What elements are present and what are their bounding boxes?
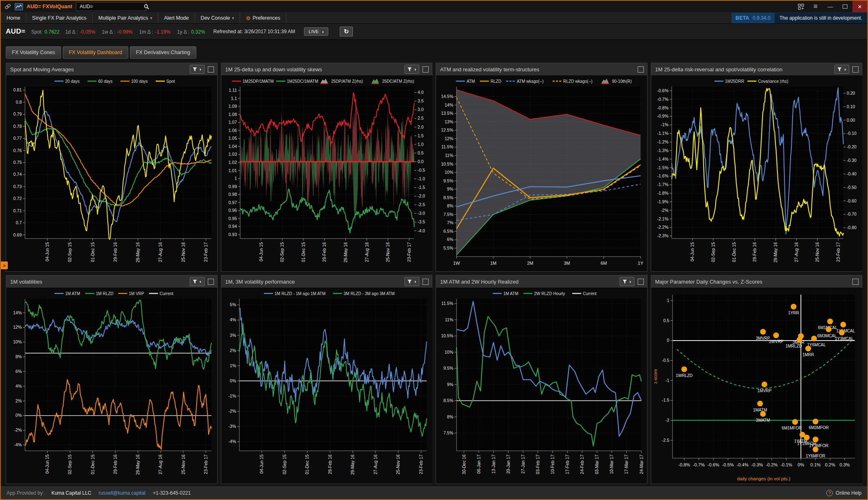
funnel-icon <box>623 280 627 284</box>
svg-text:13-Jan 17: 13-Jan 17 <box>491 455 496 474</box>
expand-button[interactable] <box>208 279 214 285</box>
refresh-button[interactable]: ↻ <box>340 27 353 36</box>
chart-risk-reversal-corr[interactable]: -0.6%-0.7%-0.8%-0.9%-1%-1.1%-1.2%-1.3%-1… <box>651 76 862 271</box>
svg-text:-0.2%: -0.2% <box>766 462 777 467</box>
svg-text:1MVRP: 1MVRP <box>757 389 772 393</box>
filter-button[interactable]: ◑ <box>834 65 849 74</box>
svg-text:0.77: 0.77 <box>14 136 22 141</box>
expand-button[interactable] <box>638 66 644 73</box>
svg-text:-2%: -2% <box>228 409 236 414</box>
svg-text:11%: 11% <box>445 153 453 158</box>
menu-item-preferences[interactable]: ⚙Preferences <box>240 13 286 23</box>
svg-text:0.78: 0.78 <box>14 124 22 129</box>
svg-text:10%: 10% <box>445 170 453 175</box>
svg-text:0%: 0% <box>798 462 804 467</box>
menu-item-multiple-pair-analytics[interactable]: Multiple Pair Analytics▾ <box>93 13 158 23</box>
search-box[interactable] <box>76 2 146 11</box>
expand-button[interactable] <box>852 279 859 285</box>
link-icon[interactable] <box>5 4 11 9</box>
menu-item-alert-mode[interactable]: Alert Mode <box>158 13 195 23</box>
svg-text:14%: 14% <box>445 102 453 107</box>
chevron-down-icon: ▾ <box>150 16 152 20</box>
svg-text:04-Jun 15: 04-Jun 15 <box>689 242 694 261</box>
expand-button[interactable] <box>638 279 644 285</box>
menu-item-dev-console[interactable]: Dev Console▾ <box>195 13 240 23</box>
svg-text:1MRR: 1MRR <box>802 352 813 357</box>
chart-spot-ma[interactable]: 0.810.80.790.780.770.760.750.740.730.720… <box>6 76 217 271</box>
email-link[interactable]: russell@kuma.capital <box>99 490 145 496</box>
filter-button[interactable]: ◑ <box>620 277 634 286</box>
window-menu-icon[interactable]: ≡ <box>808 1 823 12</box>
svg-text:-2%: -2% <box>14 427 22 432</box>
svg-text:-3%: -3% <box>228 424 236 429</box>
svg-text:10.5%: 10.5% <box>441 333 453 338</box>
svg-text:14.5%: 14.5% <box>441 94 453 99</box>
search-input[interactable] <box>79 3 144 10</box>
svg-text:11.5%: 11.5% <box>441 144 453 149</box>
window-close-icon[interactable]: ✕ <box>852 1 867 12</box>
filter-button[interactable]: ◑ <box>404 277 419 286</box>
window-maximize-icon[interactable] <box>838 1 852 12</box>
svg-text:-1: -1 <box>665 378 669 383</box>
svg-text:z-score: z-score <box>653 369 658 384</box>
svg-text:9.5%: 9.5% <box>443 178 453 183</box>
svg-text:2%: 2% <box>16 398 22 403</box>
expand-button[interactable] <box>208 66 214 73</box>
sidebar-expand-button[interactable]: > <box>1 261 8 269</box>
filter-button[interactable]: ◑ <box>190 277 205 286</box>
expand-button[interactable] <box>423 279 429 285</box>
svg-text:23-Feb 17: 23-Feb 17 <box>835 242 840 262</box>
svg-text:29-May 16: 29-May 16 <box>773 242 778 263</box>
menu-item-home[interactable]: Home <box>1 13 26 23</box>
search-icon[interactable] <box>144 4 149 9</box>
chart-vol-skews[interactable]: 1.111.11.091.081.071.061.051.041.031.021… <box>221 76 432 271</box>
svg-text:04-Jun 15: 04-Jun 15 <box>45 455 50 474</box>
svg-text:25-Nov 16: 25-Nov 16 <box>815 242 820 262</box>
svg-text:29-May 16: 29-May 16 <box>135 242 140 263</box>
live-toggle[interactable]: LIVE◑ <box>304 27 328 36</box>
svg-text:6M1MFOR: 6M1MFOR <box>782 426 802 430</box>
tab-fx-volatility-dashboard[interactable]: FX Volatility Dashboard <box>63 46 128 59</box>
filter-button[interactable]: ◑ <box>190 65 205 74</box>
svg-text:04-Jun 15: 04-Jun 15 <box>259 455 264 474</box>
svg-text:10%: 10% <box>445 350 453 355</box>
svg-text:-0.20: -0.20 <box>847 144 857 149</box>
svg-text:0.75: 0.75 <box>14 160 22 165</box>
delta-1: 1w Δ : -0.99% <box>102 28 132 35</box>
expand-button[interactable] <box>852 66 859 73</box>
window-popout-icon[interactable] <box>793 1 808 12</box>
svg-text:0%: 0% <box>16 413 22 418</box>
chart-vol-performance[interactable]: 5%4%3%2%1%0%-1%-2%-3%-4%04-Jun 1502-Sep … <box>221 288 432 484</box>
svg-text:13%: 13% <box>445 119 453 124</box>
svg-text:3%: 3% <box>229 333 236 338</box>
svg-text:0.81: 0.81 <box>14 87 22 92</box>
menu-item-single-fx-pair-analytics[interactable]: Single FX Pair Analytics <box>26 13 93 23</box>
svg-text:02-Sep 15: 02-Sep 15 <box>279 242 284 262</box>
svg-text:24-Feb 17: 24-Feb 17 <box>579 455 584 474</box>
svg-text:6M3MCAL: 6M3MCAL <box>817 334 837 338</box>
chart-daily-changes-zscores[interactable]: 10.50-0.5-1-1.5-2-2.5-0.8%-0.7%-0.6%-0.5… <box>651 288 862 484</box>
svg-text:3.5: 3.5 <box>418 98 424 103</box>
svg-text:02-Sep 15: 02-Sep 15 <box>67 455 72 475</box>
tab-fx-volatility-cones[interactable]: FX Volatility Cones <box>6 46 61 59</box>
panel-daily-changes-zscores: Major Parameter Daily Changes vs. Z-Scor… <box>651 275 863 484</box>
online-help-link[interactable]: ? Online Help <box>826 490 867 496</box>
svg-text:6M: 6M <box>601 261 607 266</box>
svg-text:02-Sep 15: 02-Sep 15 <box>710 242 715 262</box>
svg-text:-2.2%: -2.2% <box>657 225 668 230</box>
chart-atm-2w-hourly[interactable]: 11.5%11%10.5%10%9.5%9%8.5%8%7.5%30-Dec 1… <box>436 288 647 484</box>
chart-term-structures[interactable]: 14.5%14%13.5%13%12.5%12%11.5%11%10.5%10%… <box>436 76 647 271</box>
svg-text:29-May 16: 29-May 16 <box>135 455 140 475</box>
svg-text:0.93: 0.93 <box>228 232 237 237</box>
chart-1m-volatilities[interactable]: 14%12%10%8%6%4%2%0%-2%-4%04-Jun 1502-Sep… <box>6 288 217 484</box>
window-minimize-icon[interactable]: — <box>823 1 838 12</box>
expand-button[interactable] <box>423 66 429 73</box>
svg-text:10-Feb 17: 10-Feb 17 <box>550 455 555 474</box>
svg-text:23-Feb 17: 23-Feb 17 <box>406 242 411 262</box>
svg-text:01-Dec 15: 01-Dec 15 <box>731 242 736 262</box>
svg-text:-1.9%: -1.9% <box>657 199 668 204</box>
svg-text:-4%: -4% <box>228 439 236 444</box>
tab-fx-derivatives-charting[interactable]: FX Derivatives Charting <box>130 46 196 59</box>
filter-button[interactable]: ◑ <box>404 65 419 74</box>
svg-text:0.79: 0.79 <box>14 111 22 116</box>
